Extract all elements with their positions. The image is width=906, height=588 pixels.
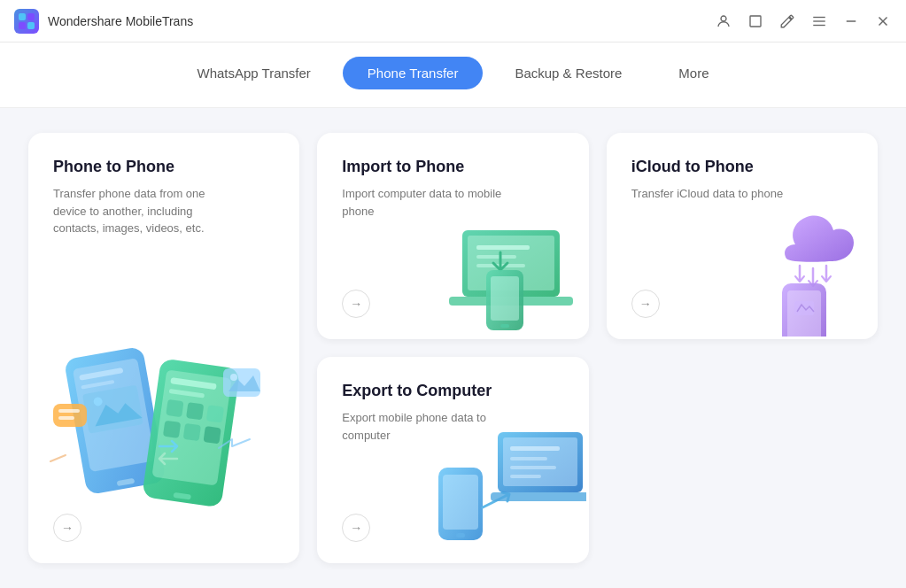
svg-rect-27 <box>206 405 224 422</box>
card-title-export: Export to Computer <box>342 382 563 400</box>
close-icon[interactable] <box>874 12 892 30</box>
card-desc-phone-to-phone: Transfer phone data from one device to a… <box>53 185 213 237</box>
card-import-to-phone[interactable]: Import to Phone Import computer data to … <box>317 133 588 339</box>
titlebar-controls <box>715 12 892 30</box>
card-desc-icloud: Transfer iCloud data to phone <box>631 185 791 203</box>
svg-rect-41 <box>476 255 516 259</box>
svg-rect-1 <box>27 13 35 20</box>
svg-rect-5 <box>750 16 761 27</box>
account-icon[interactable] <box>715 12 732 30</box>
window-icon[interactable] <box>747 12 764 30</box>
svg-rect-44 <box>491 276 519 321</box>
svg-rect-29 <box>183 423 201 441</box>
tab-backup[interactable]: Backup & Restore <box>490 57 647 89</box>
export-illustration <box>431 423 582 556</box>
svg-rect-55 <box>456 533 465 538</box>
svg-rect-26 <box>186 402 204 420</box>
tab-more[interactable]: More <box>654 57 733 89</box>
menu-icon[interactable] <box>810 12 828 30</box>
svg-point-36 <box>230 374 237 381</box>
svg-rect-61 <box>510 466 556 469</box>
card-arrow-phone-to-phone[interactable]: → <box>53 514 81 542</box>
edit-icon[interactable] <box>778 12 796 30</box>
card-title-icloud: iCloud to Phone <box>631 158 853 176</box>
svg-point-4 <box>721 16 726 21</box>
app-name: Wondershare MobileTrans <box>48 14 193 28</box>
card-phone-to-phone[interactable]: Phone to Phone Transfer phone data from … <box>28 133 299 563</box>
svg-rect-2 <box>19 22 26 29</box>
svg-rect-54 <box>443 475 478 530</box>
svg-rect-28 <box>163 421 181 438</box>
svg-rect-57 <box>503 437 577 486</box>
svg-rect-25 <box>166 399 183 417</box>
card-title-import: Import to Phone <box>342 158 563 176</box>
tab-whatsapp[interactable]: WhatsApp Transfer <box>172 57 335 89</box>
svg-rect-30 <box>203 426 221 444</box>
svg-rect-33 <box>58 416 74 420</box>
svg-rect-32 <box>58 409 80 413</box>
svg-rect-59 <box>510 446 560 451</box>
nav-bar: WhatsApp Transfer Phone Transfer Backup … <box>0 43 906 108</box>
svg-rect-60 <box>510 457 547 460</box>
cards-grid: Phone to Phone Transfer phone data from … <box>28 133 878 563</box>
card-arrow-export[interactable]: → <box>342 514 370 542</box>
card-title-phone-to-phone: Phone to Phone <box>53 158 275 176</box>
svg-rect-31 <box>53 404 87 427</box>
svg-rect-3 <box>27 22 35 29</box>
minimize-icon[interactable] <box>842 12 860 30</box>
import-illustration <box>440 208 582 332</box>
svg-rect-40 <box>476 245 530 250</box>
svg-rect-0 <box>19 13 26 20</box>
card-export-to-computer[interactable]: Export to Computer Export mobile phone d… <box>317 357 588 563</box>
main-content: Phone to Phone Transfer phone data from … <box>0 108 906 588</box>
card-arrow-icloud[interactable]: → <box>631 290 660 318</box>
icloud-illustration <box>729 208 871 332</box>
svg-rect-62 <box>510 475 541 478</box>
card-arrow-import[interactable]: → <box>342 290 370 318</box>
app-icon <box>14 9 39 34</box>
phone-to-phone-illustration <box>46 315 259 510</box>
tab-phone[interactable]: Phone Transfer <box>343 57 484 89</box>
card-icloud-to-phone[interactable]: iCloud to Phone Transfer iCloud data to … <box>607 133 878 339</box>
titlebar-left: Wondershare MobileTrans <box>14 9 193 34</box>
svg-rect-58 <box>491 492 586 501</box>
svg-rect-45 <box>500 324 509 328</box>
title-bar: Wondershare MobileTrans <box>0 0 906 43</box>
